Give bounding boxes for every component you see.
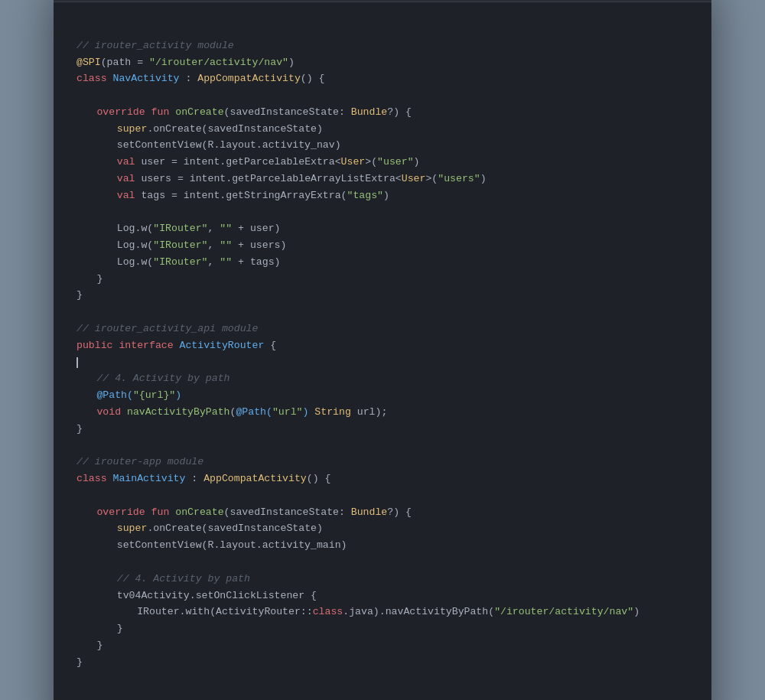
line-irouter-with: IRouter.with(ActivityRouter::class.java)… (76, 604, 688, 620)
line-override-oncreate: override fun onCreate(savedInstanceState… (76, 104, 688, 121)
line-comment-4-path: // 4. Activity by path (76, 370, 688, 387)
line-blank-4 (76, 438, 688, 454)
line-setcontent-main: setContentView(R.layout.activity_main) (76, 537, 688, 554)
line-close-interface: } (76, 421, 688, 438)
line-comment-1: // irouter_activity module (76, 37, 688, 54)
line-log-tags: Log.w("IRouter", "" + tags) (76, 254, 688, 271)
line-comment-module3: // irouter-app module (76, 454, 688, 470)
line-annotation-spi: @SPI(path = "/irouter/activity/nav") (76, 54, 688, 71)
line-cursor (76, 354, 688, 371)
line-val-user: val user = intent.getParcelableExtra<Use… (76, 154, 688, 171)
code-content: // irouter_activity module@SPI(path = "/… (54, 2, 711, 700)
line-tv04-onclick: tv04Activity.setOnClickListener { (76, 588, 688, 604)
line-blank-6 (76, 554, 688, 571)
line-close-inner: } (76, 271, 688, 288)
line-annotation-path: @Path("{url}") (76, 387, 688, 404)
line-blank-2 (76, 204, 688, 221)
line-log-user: Log.w("IRouter", "" + user) (76, 220, 688, 237)
line-comment-4-path2: // 4. Activity by path (76, 571, 688, 588)
line-void-nav: void navActivityByPath(@Path("url") Stri… (76, 404, 688, 421)
line-close-outer2: } (76, 654, 688, 671)
line-class-main: class MainActivity : AppCompatActivity()… (76, 470, 688, 487)
line-super-oncreate2: super.onCreate(savedInstanceState) (76, 520, 688, 537)
line-setcontentview: setContentView(R.layout.activity_nav) (76, 137, 688, 154)
code-editor-window: // irouter_activity module@SPI(path = "/… (54, 0, 711, 700)
line-close-outer: } (76, 287, 688, 304)
line-close-lambda: } (76, 620, 688, 637)
line-val-users: val users = intent.getParcelableArrayLis… (76, 171, 688, 187)
line-log-users: Log.w("IRouter", "" + users) (76, 237, 688, 254)
line-close-inner2: } (76, 637, 688, 654)
line-blank-3 (76, 304, 688, 321)
line-class-nav: class NavActivity : AppCompatActivity() … (76, 70, 688, 87)
line-override-oncreate2: override fun onCreate(savedInstanceState… (76, 504, 688, 521)
line-val-tags: val tags = intent.getStringArrayExtra("t… (76, 187, 688, 204)
line-comment-module2: // irouter_activity_api module (76, 321, 688, 337)
line-interface-decl: public interface ActivityRouter { (76, 337, 688, 354)
line-super-oncreate: super.onCreate(savedInstanceState) (76, 121, 688, 138)
line-blank-5 (76, 487, 688, 504)
line-blank-1 (76, 87, 688, 104)
